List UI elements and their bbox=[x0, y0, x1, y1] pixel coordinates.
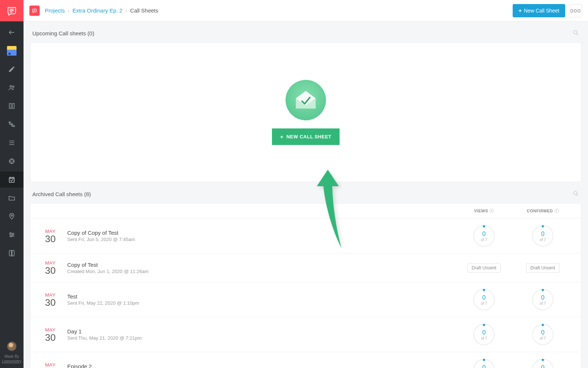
people-icon bbox=[8, 84, 15, 91]
chat-icon bbox=[32, 8, 37, 14]
arrow-left-icon bbox=[8, 29, 15, 36]
stat-cell: 0of 7 bbox=[513, 359, 572, 368]
table-row[interactable]: MAY30Copy of Copy of TestSent Fri, Jun 5… bbox=[31, 219, 581, 254]
app-logo[interactable] bbox=[0, 0, 24, 21]
sliders-icon bbox=[8, 231, 15, 238]
stat-cell: 0of 7 bbox=[455, 225, 513, 247]
new-call-sheet-button[interactable]: +New Call Sheet bbox=[513, 4, 565, 17]
table-column-headers: VIEWS? CONFIRMED? bbox=[31, 204, 581, 219]
upcoming-empty-state: +NEW CALL SHEET bbox=[30, 42, 581, 182]
book-icon bbox=[8, 250, 15, 257]
breadcrumb-current: Call Sheets bbox=[130, 7, 158, 14]
nav-edit[interactable] bbox=[0, 61, 24, 77]
row-title-col: Copy of Copy of TestSent Fri, Jun 5, 202… bbox=[61, 230, 455, 242]
table-row[interactable]: MAY30Episode 2Sent Thu, May 21, 2020 @ 1… bbox=[31, 352, 581, 368]
svg-point-23 bbox=[11, 215, 12, 216]
row-date: MAY30 bbox=[39, 327, 61, 342]
content-scroll: Upcoming Call sheets (0) +NEW CALL SHEET… bbox=[24, 21, 588, 368]
list-tree-icon bbox=[8, 121, 15, 128]
stat-cell: Draft Unsent bbox=[513, 263, 572, 273]
chat-logo-icon bbox=[6, 5, 17, 16]
svg-rect-9 bbox=[11, 124, 12, 125]
upcoming-header: Upcoming Call sheets (0) bbox=[30, 21, 581, 42]
plus-icon: + bbox=[519, 8, 521, 14]
stat-ring: 0of 7 bbox=[532, 324, 553, 345]
stat-cell: 0of 7 bbox=[513, 324, 572, 345]
breadcrumb: Projects › Extra Ordinary Ep. 2 › Call S… bbox=[45, 7, 158, 14]
stat-cell: 0of 7 bbox=[455, 324, 513, 345]
stat-cell: Draft Unsent bbox=[455, 263, 513, 273]
nav-callsheets[interactable] bbox=[0, 171, 24, 188]
sidebar: Made By Leanometry bbox=[0, 0, 24, 368]
sidebar-nav bbox=[0, 21, 24, 342]
svg-point-27 bbox=[10, 233, 11, 234]
breadcrumb-app-icon[interactable] bbox=[29, 6, 40, 16]
row-title-col: Episode 2Sent Thu, May 21, 2020 @ 1:26pm bbox=[61, 363, 455, 368]
row-date: MAY30 bbox=[39, 292, 61, 307]
draft-unsent-badge: Draft Unsent bbox=[526, 263, 559, 273]
upcoming-title: Upcoming Call sheets (0) bbox=[32, 30, 94, 36]
row-date: MAY30 bbox=[39, 260, 61, 275]
nav-project-thumb[interactable] bbox=[0, 43, 24, 59]
svg-line-34 bbox=[577, 33, 578, 35]
search-icon bbox=[573, 29, 579, 36]
search-archived-button[interactable] bbox=[573, 190, 579, 198]
table-row[interactable]: MAY30Copy of TestCreated Mon, Jun 1, 202… bbox=[31, 254, 581, 282]
svg-line-36 bbox=[577, 194, 578, 196]
svg-rect-19 bbox=[9, 177, 14, 182]
archived-title: Archived Call sheets (8) bbox=[32, 191, 91, 197]
stat-ring: 0of 7 bbox=[532, 359, 553, 368]
nav-reel[interactable] bbox=[0, 153, 24, 169]
more-options-button[interactable]: ooo bbox=[569, 4, 582, 17]
stat-ring: 0of 7 bbox=[473, 289, 495, 310]
stat-cell: 0of 7 bbox=[513, 289, 572, 310]
stat-ring: 0of 7 bbox=[473, 324, 495, 345]
plus-icon: + bbox=[280, 134, 283, 140]
column-views: VIEWS? bbox=[455, 209, 513, 213]
search-upcoming-button[interactable] bbox=[573, 29, 579, 37]
breadcrumb-project[interactable]: Extra Ordinary Ep. 2 bbox=[72, 7, 122, 14]
stat-cell: 0of 7 bbox=[455, 289, 513, 310]
table-row[interactable]: MAY30TestSent Fri, May 22, 2020 @ 1:10pm… bbox=[31, 282, 581, 317]
svg-point-18 bbox=[10, 161, 11, 162]
svg-point-29 bbox=[11, 236, 12, 237]
svg-point-35 bbox=[574, 191, 577, 195]
stat-ring: 0of 7 bbox=[532, 225, 553, 247]
table-row[interactable]: MAY30Day 1Sent Thu, May 21, 2020 @ 7:21p… bbox=[31, 317, 581, 352]
map-pin-icon bbox=[8, 213, 15, 220]
svg-point-17 bbox=[11, 162, 12, 163]
rows-icon bbox=[8, 139, 15, 146]
svg-rect-30 bbox=[33, 9, 37, 12]
svg-point-4 bbox=[10, 85, 12, 87]
empty-state-graphic bbox=[286, 80, 326, 120]
chevron-right-icon: › bbox=[125, 7, 127, 14]
nav-breakdown[interactable] bbox=[0, 116, 24, 132]
folder-icon bbox=[8, 194, 15, 202]
draft-unsent-badge: Draft Unsent bbox=[467, 263, 500, 273]
svg-point-16 bbox=[13, 161, 14, 162]
svg-point-15 bbox=[11, 159, 12, 160]
nav-schedule[interactable] bbox=[0, 135, 24, 151]
nav-board[interactable] bbox=[0, 98, 24, 114]
svg-rect-7 bbox=[12, 103, 14, 108]
nav-settings[interactable] bbox=[0, 227, 24, 243]
svg-point-33 bbox=[574, 31, 577, 34]
user-avatar[interactable] bbox=[7, 342, 17, 351]
nav-sides[interactable] bbox=[0, 245, 24, 261]
svg-rect-10 bbox=[13, 125, 14, 127]
breadcrumb-projects[interactable]: Projects bbox=[45, 7, 65, 14]
main-area: Projects › Extra Ordinary Ep. 2 › Call S… bbox=[24, 0, 588, 368]
envelope-check-icon bbox=[293, 87, 319, 113]
row-title-col: Day 1Sent Thu, May 21, 2020 @ 7:21pm bbox=[61, 328, 455, 341]
row-date: MAY30 bbox=[39, 362, 61, 368]
help-icon[interactable]: ? bbox=[555, 209, 559, 213]
nav-files[interactable] bbox=[0, 190, 24, 206]
nav-contacts[interactable] bbox=[0, 79, 24, 96]
svg-point-28 bbox=[12, 234, 14, 235]
nav-locations[interactable] bbox=[0, 208, 24, 224]
stat-ring: 0of 7 bbox=[532, 289, 553, 310]
new-call-sheet-cta-button[interactable]: +NEW CALL SHEET bbox=[272, 128, 340, 145]
nav-back[interactable] bbox=[0, 24, 24, 40]
help-icon[interactable]: ? bbox=[490, 209, 494, 213]
stat-cell: 0of 7 bbox=[455, 359, 513, 368]
